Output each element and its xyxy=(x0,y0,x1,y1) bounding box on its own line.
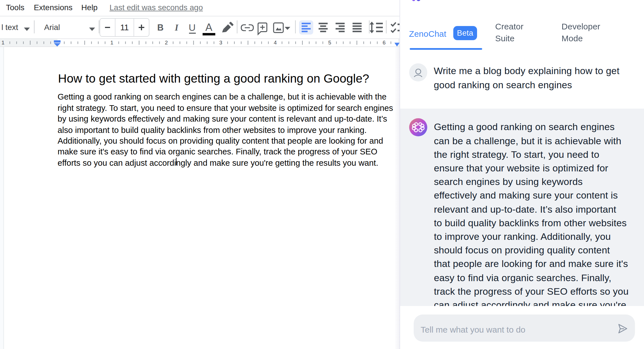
svg-text:l text: l text xyxy=(1,23,18,32)
svg-text:1: 1 xyxy=(1,40,5,46)
svg-text:Arial: Arial xyxy=(44,23,60,32)
svg-text:U: U xyxy=(189,22,196,33)
svg-text:5: 5 xyxy=(328,40,331,46)
svg-text:B: B xyxy=(157,23,164,33)
svg-text:11: 11 xyxy=(120,23,129,32)
svg-text:1: 1 xyxy=(110,40,113,46)
svg-text:A: A xyxy=(205,21,212,33)
svg-text:I: I xyxy=(175,23,179,33)
svg-text:4: 4 xyxy=(274,40,277,46)
svg-text:3: 3 xyxy=(219,40,222,46)
svg-text:6: 6 xyxy=(383,40,386,46)
svg-text:2: 2 xyxy=(165,40,168,46)
